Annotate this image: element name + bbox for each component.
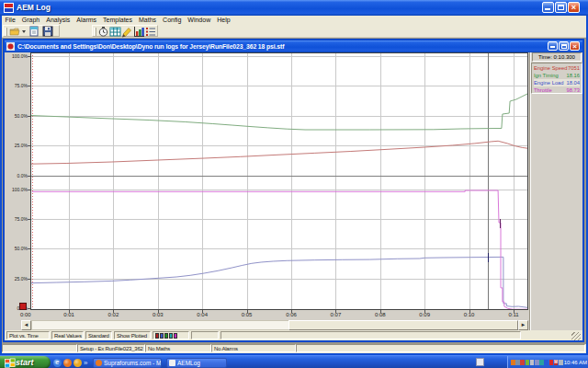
taskbar: start » M 10:46 AM eSupraforums.com - M.…	[0, 355, 588, 368]
x-tick-label: 0:00	[20, 312, 39, 317]
menu-graph[interactable]: Graph	[18, 16, 42, 23]
menu-maths[interactable]: Maths	[136, 16, 160, 23]
x-tick-mark	[113, 310, 114, 313]
plot-color-swatch[interactable]	[160, 333, 164, 339]
app-titlebar[interactable]: AEM Log ×	[0, 0, 588, 16]
menu-help[interactable]: Help	[214, 16, 233, 23]
tray-teal-app-icon[interactable]	[539, 360, 544, 365]
menu-config[interactable]: Config	[160, 16, 185, 23]
browser-icon[interactable]	[74, 359, 82, 367]
scrollbar-left-button[interactable]: ◄	[21, 320, 31, 330]
log-window-body: 100.0%75.0%50.0%25.0%0.0%100.0%75.0%50.0…	[5, 52, 582, 340]
start-button[interactable]: start	[0, 356, 51, 368]
app-status-segment: No Maths	[145, 344, 211, 352]
toolbar	[2, 24, 586, 38]
plot-color-swatch[interactable]	[164, 333, 168, 339]
app-status-segment: No Alarms	[211, 344, 296, 352]
tray-orange-app-icon[interactable]	[511, 360, 515, 365]
legend-series-value: 18.04	[566, 79, 580, 86]
legend-time-label: Time: 0:10.300	[538, 54, 575, 60]
legend-row-engine-load[interactable]: Engine Load18.04	[534, 79, 580, 86]
taskbar-clock: 10:46 AM	[564, 360, 587, 365]
toolbar-grip[interactable]	[94, 28, 96, 36]
tray-gray-app-icon[interactable]	[515, 360, 520, 365]
legend-series-value: 98.73	[566, 86, 580, 94]
tray-silver-app-icon[interactable]	[530, 360, 535, 365]
legend-series-name: Engine Speed	[534, 65, 567, 71]
resize-grip[interactable]	[571, 332, 581, 340]
y-tick-label: 25.0%	[6, 276, 28, 282]
toolbar-group-view	[92, 25, 158, 37]
restore-button[interactable]	[555, 2, 567, 13]
log-minimize-button[interactable]	[548, 41, 558, 51]
tray-red-app-icon[interactable]	[520, 360, 525, 365]
menu-alarms[interactable]: Alarms	[74, 16, 100, 23]
plot-color-swatch[interactable]	[174, 333, 177, 339]
legend-row-throttle[interactable]: Throttle98.73	[534, 86, 580, 94]
chart-start-marker[interactable]	[19, 303, 27, 310]
open-file-icon[interactable]	[9, 26, 21, 38]
plot-status-bar: Plot vs. TimeReal ValuesStandardShow Plo…	[5, 330, 582, 340]
close-button[interactable]: ×	[568, 2, 580, 13]
toolbar-group-file	[3, 25, 60, 37]
taskbar-app-icon[interactable]	[476, 358, 484, 366]
menu-analysis[interactable]: Analysis	[43, 16, 74, 23]
start-label: start	[16, 358, 34, 367]
task-button-2[interactable]: AEMLog	[166, 358, 227, 368]
tray-purple-app-icon[interactable]	[535, 360, 539, 365]
tray-mcafee-icon[interactable]: M	[554, 360, 559, 365]
tray-green-app-icon[interactable]	[526, 360, 530, 365]
app-status-segment	[2, 344, 77, 352]
log-close-button[interactable]: ×	[570, 41, 580, 51]
menu-file[interactable]: File	[2, 16, 18, 23]
log-maximize-button[interactable]	[559, 41, 569, 51]
log-window: C:\Documents and Settings\Don\Desktop\Dy…	[3, 39, 584, 342]
legend-time-box: Time: 0:10.300	[532, 52, 582, 62]
plot-status-segment: Standard	[85, 331, 112, 339]
tray-blue-info-icon[interactable]	[544, 360, 548, 365]
annotate-icon[interactable]	[121, 26, 133, 38]
list-view-icon[interactable]	[145, 26, 157, 38]
log-window-icon	[6, 42, 15, 51]
x-tick-mark	[247, 310, 248, 313]
save-icon[interactable]	[42, 26, 54, 38]
plot-color-swatch[interactable]	[155, 333, 159, 339]
scrollbar-right-button[interactable]: ►	[518, 320, 528, 330]
tray-wireless-icon[interactable]	[559, 360, 563, 365]
view-log-icon[interactable]	[28, 26, 40, 38]
scrollbar-thumb[interactable]	[288, 320, 518, 330]
firefox-icon[interactable]	[63, 359, 72, 367]
toolbar-grip[interactable]	[5, 28, 7, 36]
quick-launch-overflow[interactable]: »	[84, 359, 87, 367]
stopwatch-icon[interactable]	[97, 26, 109, 38]
task-button-1[interactable]: Supraforums.com - M...	[93, 358, 162, 368]
chart-plot[interactable]	[30, 52, 528, 310]
log-window-titlebar[interactable]: C:\Documents and Settings\Don\Desktop\Dy…	[5, 40, 582, 52]
tray-red-shield-icon[interactable]	[549, 360, 554, 365]
legend-series-box: Engine Speed7051Ign Timing18.16Engine Lo…	[531, 63, 582, 94]
x-tick-mark	[424, 310, 425, 313]
plot-status-segment	[220, 331, 521, 339]
aemlog-icon	[169, 360, 175, 366]
internet-explorer-icon[interactable]: e	[53, 359, 62, 367]
table-view-icon[interactable]	[109, 26, 121, 38]
y-tick-label: 75.0%	[6, 83, 28, 88]
menu-window[interactable]: Window	[185, 16, 214, 23]
x-tick-mark	[335, 310, 336, 313]
plot-color-swatch[interactable]	[169, 333, 173, 339]
legend-series-name: Throttle	[534, 87, 552, 93]
plot-status-segment: Real Values	[51, 331, 84, 339]
bar-chart-icon[interactable]	[133, 26, 145, 38]
x-tick-mark	[469, 310, 470, 313]
x-tick-mark	[514, 310, 514, 313]
legend-row-engine-speed[interactable]: Engine Speed7051	[534, 64, 580, 72]
minimize-button[interactable]	[542, 2, 554, 13]
legend-divider-hl	[530, 52, 531, 330]
menu-templates[interactable]: Templates	[100, 16, 136, 23]
legend-row-ign-timing[interactable]: Ign Timing18.16	[534, 72, 580, 79]
task-button-label: Supraforums.com - M...	[104, 360, 162, 366]
x-tick-mark	[380, 310, 381, 313]
plot-status-segment: Plot vs. Time	[6, 331, 50, 339]
windows-flag-icon	[5, 358, 16, 368]
y-tick-label: 50.0%	[6, 113, 28, 119]
